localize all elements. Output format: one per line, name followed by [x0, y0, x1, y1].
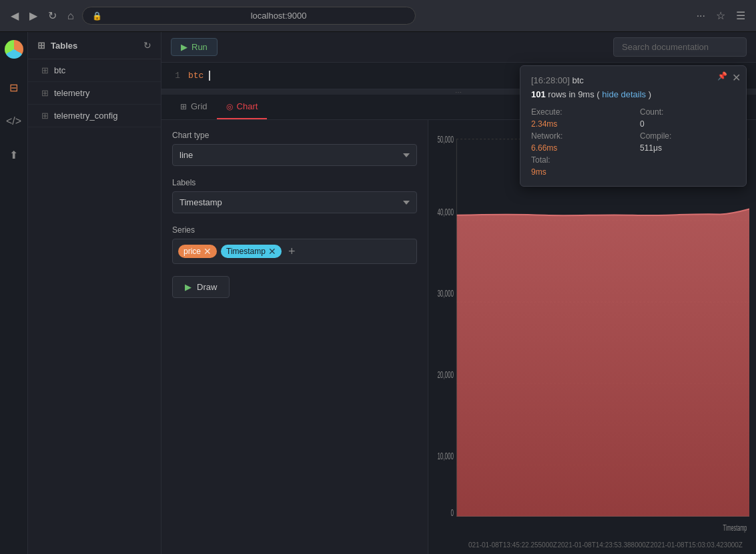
- search-documentation-input[interactable]: [613, 37, 747, 57]
- popup-hide-details-link[interactable]: hide details: [602, 89, 646, 99]
- table-telemetry-name: telemetry: [54, 88, 89, 98]
- series-price-text: price: [183, 247, 201, 256]
- popup-time: [16:28:00]: [531, 75, 570, 85]
- popup-execute-label: Execute:: [531, 107, 627, 117]
- table-item-telemetry-config[interactable]: ⊞ telemetry_config: [28, 105, 161, 127]
- run-label: Run: [192, 42, 208, 52]
- run-play-icon: ▶: [181, 42, 187, 52]
- table-item-btc[interactable]: ⊞ btc: [28, 59, 161, 82]
- forward-button[interactable]: ▶: [27, 7, 40, 25]
- logo-icon: [5, 40, 23, 59]
- popup-network-label: Network:: [531, 131, 627, 141]
- grid-tab-icon: ⊞: [180, 102, 187, 111]
- popup-compile-label: Compile:: [640, 131, 735, 141]
- sidebar-code-icon[interactable]: </>: [2, 111, 25, 131]
- popup-compile-value: 511μs: [640, 143, 735, 153]
- chart-controls: Chart type line bar scatter Labels Times…: [161, 120, 428, 554]
- x-axis-labels: 021-01-08T13:45:22.255000Z 2021-01-08T14…: [468, 541, 743, 549]
- more-button[interactable]: ···: [694, 7, 708, 25]
- chart-type-label: Chart type: [172, 131, 417, 140]
- tables-header-text: Tables: [51, 41, 77, 51]
- run-button[interactable]: ▶ Run: [171, 38, 218, 56]
- popup-pin-button[interactable]: 📌: [717, 71, 727, 81]
- tables-header-title: ⊞ Tables: [37, 40, 77, 51]
- series-group: Series price ✕ Timestamp ✕ +: [172, 225, 417, 264]
- series-tag-price: price ✕: [178, 245, 217, 258]
- tables-refresh-button[interactable]: ↻: [143, 40, 151, 51]
- svg-text:20,000: 20,000: [437, 369, 454, 380]
- popup-execute-value: 2.34ms: [531, 119, 627, 129]
- table-btc-name: btc: [54, 65, 65, 75]
- popup-count-label: Count:: [640, 107, 735, 117]
- popup-count-value: 0: [640, 119, 735, 129]
- query-result-popup: ✕ 📌 [16:28:00] btc 101 rows in 9ms ( hid…: [520, 65, 747, 187]
- bookmark-button[interactable]: ☆: [713, 7, 728, 25]
- svg-text:30,000: 30,000: [437, 287, 454, 298]
- x-label-1: 021-01-08T13:45:22.255000Z: [468, 541, 557, 549]
- chart-line-path: [456, 209, 749, 216]
- svg-text:0: 0: [450, 507, 454, 518]
- toolbar: ▶ Run: [161, 32, 756, 63]
- table-btc-icon: ⊞: [41, 65, 49, 75]
- tables-sidebar: ⊞ Tables ↻ ⊞ btc ⊞ telemetry ⊞ telemetry…: [28, 32, 161, 554]
- popup-row-count: 101: [531, 89, 546, 99]
- series-tag-timestamp: Timestamp ✕: [221, 245, 282, 258]
- popup-rows-text: rows in: [548, 89, 578, 99]
- browser-chrome: ◀ ▶ ↻ ⌂ 🔒 localhost:9000 ··· ☆ ☰: [0, 0, 756, 32]
- popup-total-value: 9ms: [531, 167, 627, 177]
- series-timestamp-remove-button[interactable]: ✕: [268, 247, 276, 256]
- svg-text:Timestamp: Timestamp: [723, 522, 747, 532]
- chart-panel-body: Chart type line bar scatter Labels Times…: [161, 120, 428, 309]
- app: ⊟ </> ⬆ ⊞ Tables ↻ ⊞ btc ⊞ telemetry ⊞ t…: [0, 32, 756, 554]
- tab-chart[interactable]: ◎ Chart: [217, 95, 268, 119]
- tab-grid-label: Grid: [191, 101, 208, 111]
- reload-button[interactable]: ↻: [45, 7, 59, 25]
- labels-label: Labels: [172, 178, 417, 187]
- menu-button[interactable]: ☰: [733, 7, 748, 25]
- table-telemetry-config-icon: ⊞: [41, 111, 49, 121]
- tables-header: ⊞ Tables ↻: [28, 32, 161, 59]
- cursor: [204, 71, 210, 81]
- x-label-2: 2021-01-08T14:23:53.388000Z: [557, 541, 649, 549]
- draw-button[interactable]: ▶ Draw: [172, 276, 230, 298]
- popup-space: (: [597, 89, 599, 99]
- series-container: price ✕ Timestamp ✕ +: [172, 239, 417, 264]
- sidebar-tables-icon[interactable]: ⊟: [5, 77, 22, 98]
- popup-close-button[interactable]: ✕: [732, 71, 741, 84]
- svg-text:40,000: 40,000: [437, 206, 454, 217]
- svg-text:50,000: 50,000: [437, 133, 454, 144]
- back-button[interactable]: ◀: [8, 7, 21, 25]
- editor-code-1: btc: [188, 71, 210, 81]
- popup-paren: ): [649, 89, 651, 99]
- popup-table-name: btc: [572, 75, 583, 85]
- draw-play-icon: ▶: [185, 282, 192, 292]
- chart-type-group: Chart type line bar scatter: [172, 131, 417, 166]
- tables-header-icon: ⊞: [37, 40, 45, 51]
- tab-chart-label: Chart: [237, 101, 258, 111]
- series-price-remove-button[interactable]: ✕: [204, 247, 212, 256]
- main-content: ▶ Run 1 btc ⋯ ✕ 📌 [16:28:00]: [161, 32, 756, 554]
- svg-text:10,000: 10,000: [437, 451, 454, 461]
- series-label: Series: [172, 225, 417, 235]
- series-add-button[interactable]: +: [288, 245, 296, 257]
- home-button[interactable]: ⌂: [65, 7, 77, 25]
- tab-grid[interactable]: ⊞ Grid: [171, 95, 217, 119]
- popup-subtitle: 101 rows in 9ms ( hide details ): [531, 89, 735, 99]
- sidebar-upload-icon[interactable]: ⬆: [5, 145, 22, 165]
- table-item-telemetry[interactable]: ⊞ telemetry: [28, 82, 161, 105]
- tabs: ⊞ Grid ◎ Chart: [171, 95, 267, 119]
- address-bar[interactable]: 🔒 localhost:9000: [82, 7, 416, 25]
- popup-title: [16:28:00] btc: [531, 75, 735, 85]
- popup-total-label: Total:: [531, 155, 627, 165]
- chart-type-select[interactable]: line bar scatter: [172, 144, 417, 166]
- x-label-3: 2021-01-08T15:03:03.423000Z: [651, 541, 743, 549]
- chart-tab-icon: ◎: [226, 102, 233, 111]
- popup-network-value: 6.66ms: [531, 143, 627, 153]
- popup-duration: 9ms: [578, 89, 595, 99]
- url-text: localhost:9000: [251, 11, 406, 21]
- labels-select[interactable]: Timestamp price: [172, 191, 417, 213]
- popup-stats-grid: Execute: Count: 2.34ms 0 Network: Compil…: [531, 107, 735, 177]
- table-telemetry-config-name: telemetry_config: [54, 111, 117, 121]
- table-telemetry-icon: ⊞: [41, 88, 49, 98]
- series-timestamp-text: Timestamp: [226, 247, 266, 256]
